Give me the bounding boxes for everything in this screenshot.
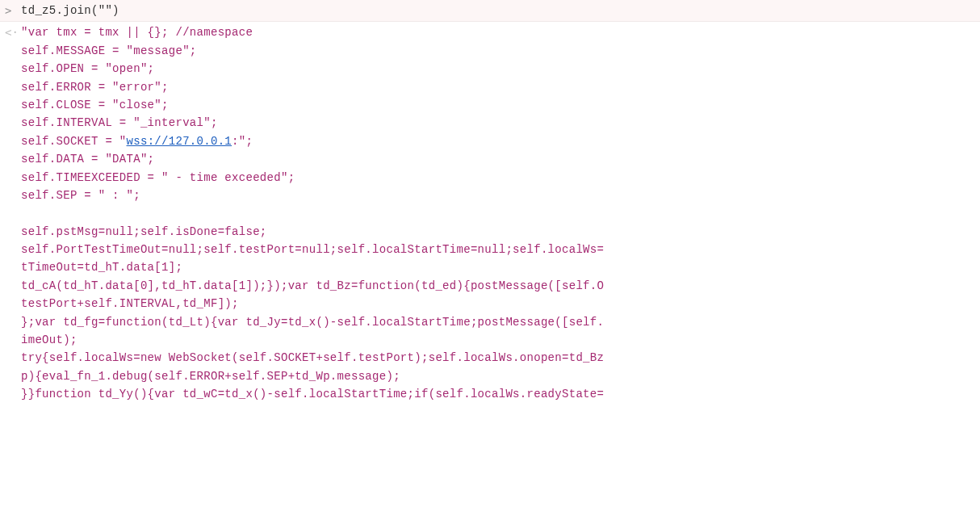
- console-input-code[interactable]: td_z5.join(""): [21, 2, 980, 19]
- output-line: testPort+self.INTERVAL,td_MF]);: [21, 297, 239, 310]
- output-line: self.DATA = "DATA";: [21, 153, 154, 166]
- output-line: "var tmx = tmx || {}; //namespace: [21, 26, 253, 39]
- output-line: self.MESSAGE = "message";: [21, 44, 197, 57]
- output-line: self.PortTestTimeOut=null;self.testPort=…: [21, 243, 604, 256]
- output-line: };var td_fg=function(td_Lt){var td_Jy=td…: [21, 316, 604, 329]
- output-line: self.INTERVAL = "_interval";: [21, 116, 218, 129]
- output-line: try{self.localWs=new WebSocket(self.SOCK…: [21, 351, 604, 364]
- url-link[interactable]: wss://127.0.0.1: [127, 135, 232, 148]
- output-return-marker: <·: [5, 23, 21, 41]
- console-output-row: <· "var tmx = tmx || {}; //namespace sel…: [0, 22, 980, 405]
- input-prompt-marker: >: [5, 2, 21, 19]
- output-line: self.ERROR = "error";: [21, 81, 169, 94]
- output-line: self.CLOSE = "close";: [21, 99, 169, 111]
- output-line: td_cA(td_hT.data[0],td_hT.data[1]);});va…: [21, 279, 604, 292]
- console-input-row[interactable]: > td_z5.join(""): [0, 0, 980, 22]
- output-text-segment: self.SOCKET = ": [21, 135, 127, 148]
- output-line: self.OPEN = "open";: [21, 62, 154, 75]
- output-line: tTimeOut=td_hT.data[1];: [21, 261, 182, 274]
- console-output-text[interactable]: "var tmx = tmx || {}; //namespace self.M…: [21, 23, 980, 403]
- output-line: p){eval_fn_1.debug(self.ERROR+self.SEP+t…: [21, 370, 400, 383]
- output-text-segment: :";: [232, 135, 253, 148]
- output-line: imeOut);: [21, 333, 77, 346]
- output-line: self.SEP = " : ";: [21, 189, 140, 202]
- output-line: self.TIMEEXCEEDED = " - time exceeded";: [21, 171, 295, 184]
- output-line: self.pstMsg=null;self.isDone=false;: [21, 225, 267, 238]
- output-line: }}function td_Yy(){var td_wC=td_x()-self…: [21, 388, 604, 400]
- output-line: self.SOCKET = "wss://127.0.0.1:";: [21, 135, 253, 148]
